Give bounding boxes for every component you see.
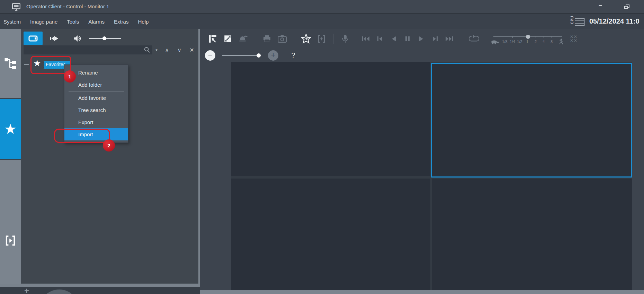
instant-playback-icon — [49, 35, 59, 42]
cpu-meter: CPU — [570, 16, 588, 27]
bottom-divider-bar — [0, 284, 200, 287]
live-mode-button[interactable] — [24, 32, 43, 45]
monitor-app-icon — [12, 2, 21, 11]
pane-count-toolbar: − + ? — [200, 49, 644, 62]
microphone-icon — [341, 34, 349, 43]
alarm-bell-icon — [239, 35, 248, 43]
search-clear-button[interactable]: ✕ — [188, 45, 196, 54]
logical-tree-icon — [4, 57, 17, 70]
slider-tick — [226, 57, 226, 58]
instant-playback-button[interactable] — [46, 33, 62, 44]
cpu-gauge-icon — [575, 18, 585, 26]
pane-count-slider-thumb[interactable] — [257, 53, 261, 58]
toolbar-separator — [294, 34, 294, 44]
snapshot-button[interactable] — [275, 32, 290, 46]
ptz-wheel[interactable] — [39, 289, 80, 294]
intercom-button[interactable] — [338, 32, 353, 46]
sidebar-tab-bookmarks[interactable] — [0, 233, 21, 249]
volume-slider-thumb[interactable] — [102, 36, 106, 40]
image-pane-bottom-left[interactable] — [231, 179, 430, 290]
title-bar: Operator Client - Control - Monitor 1 – — [0, 0, 644, 14]
menu-item-add-favorite[interactable]: Add favorite — [64, 92, 128, 104]
bottom-scrollbar[interactable] — [200, 290, 644, 294]
add-bookmark-button[interactable] — [314, 32, 329, 46]
runner-icon — [558, 38, 563, 44]
pane-count-slider[interactable] — [222, 55, 258, 56]
print-button[interactable] — [259, 32, 275, 46]
sidebar-tab-logical-tree[interactable] — [0, 29, 21, 98]
toolbar-separator — [282, 51, 282, 60]
maximize-pane-button[interactable] — [220, 32, 235, 46]
search-previous-button[interactable]: ∧ — [163, 45, 171, 54]
window-title: Operator Client - Control - Monitor 1 — [26, 3, 109, 9]
image-pane-top-left[interactable] — [231, 62, 430, 176]
minimize-button[interactable]: – — [594, 2, 607, 11]
menu-item-export[interactable]: Export — [64, 116, 128, 128]
tree-search-box — [24, 45, 152, 54]
speed-label: 4 — [543, 40, 545, 44]
speed-label: 1/8 — [502, 40, 507, 44]
speed-label: 2 — [535, 40, 537, 44]
speed-label: 1 — [526, 40, 528, 44]
search-options-dropdown[interactable]: ▾ — [153, 45, 160, 54]
step-backward-button[interactable] — [373, 32, 387, 46]
image-toolbar: 1/8 1/4 1/2 1 2 4 8 ✕✕ ✕✕ — [200, 29, 644, 49]
loop-playback-button[interactable] — [466, 32, 482, 46]
datetime-display: 05/12/2024 11:0 — [589, 17, 639, 25]
turtle-icon — [491, 40, 500, 44]
menu-item-system[interactable]: System — [3, 19, 21, 25]
tree-expander-dash — [24, 64, 29, 65]
bookmark-icon — [5, 235, 16, 247]
help-button[interactable]: ? — [289, 50, 298, 60]
cpu-label: CPU — [570, 20, 574, 24]
skip-to-end-button[interactable] — [442, 32, 456, 46]
close-icon: ✕✕ — [570, 39, 578, 43]
search-next-button[interactable]: ∨ — [175, 45, 184, 54]
search-icon — [144, 46, 150, 53]
close-all-panes-button[interactable]: ✕✕ ✕✕ — [570, 35, 578, 43]
alarm-image-pane-button[interactable] — [235, 32, 251, 46]
restore-icon — [624, 5, 629, 9]
play-button[interactable] — [414, 32, 428, 46]
menu-item-image-pane[interactable]: Image pane — [30, 19, 57, 25]
sidebar-tab-favorites[interactable]: ★ — [0, 98, 21, 160]
add-favorite-button[interactable] — [298, 32, 314, 46]
play-reverse-button[interactable] — [387, 32, 401, 46]
menu-item-tree-search[interactable]: Tree search — [64, 104, 128, 116]
menu-item-tools[interactable]: Tools — [67, 19, 79, 25]
restore-button[interactable] — [620, 2, 633, 11]
printer-icon — [262, 35, 271, 43]
playback-speed-slider[interactable]: 1/8 1/4 1/2 1 2 4 8 — [490, 32, 564, 46]
search-input[interactable] — [24, 46, 141, 54]
star-icon: ★ — [4, 122, 17, 136]
speaker-icon — [73, 34, 82, 43]
skip-to-start-button[interactable] — [359, 32, 373, 46]
loop-icon — [469, 35, 479, 42]
image-pane-bottom-right[interactable] — [432, 179, 632, 290]
speed-label: 1/2 — [517, 40, 522, 44]
toolbar-separator — [255, 34, 255, 44]
image-pane-top-right-selected[interactable] — [431, 63, 632, 178]
operator-client-window: Operator Client - Control - Monitor 1 – … — [0, 0, 644, 294]
step-forward-button[interactable] — [428, 32, 442, 46]
increase-panes-button[interactable]: + — [268, 50, 278, 61]
sidebar-tab-strip: ★ — [0, 29, 21, 284]
menu-item-help[interactable]: Help — [138, 19, 149, 25]
toolbar-separator — [66, 33, 66, 44]
pause-button[interactable] — [401, 32, 414, 46]
decrease-panes-button[interactable]: − — [205, 50, 215, 61]
playback-controls — [359, 32, 456, 46]
annotation-step-2-badge: 2 — [103, 139, 115, 152]
star-plus-icon — [301, 34, 311, 44]
speed-label: 1/4 — [510, 40, 515, 44]
speed-slider-thumb[interactable] — [526, 35, 530, 39]
menu-item-alarms[interactable]: Alarms — [88, 19, 105, 25]
chevron-down-icon: ▾ — [155, 48, 158, 52]
menu-item-extras[interactable]: Extras — [114, 19, 129, 25]
restore-layout-button[interactable] — [205, 32, 220, 46]
ptz-zoom-in-button[interactable]: + — [24, 287, 29, 294]
toolbar-separator — [333, 34, 333, 44]
annotation-step-1-badge: 1 — [64, 70, 76, 83]
audio-button[interactable] — [70, 33, 84, 44]
ptz-control-panel: + — [0, 287, 200, 294]
